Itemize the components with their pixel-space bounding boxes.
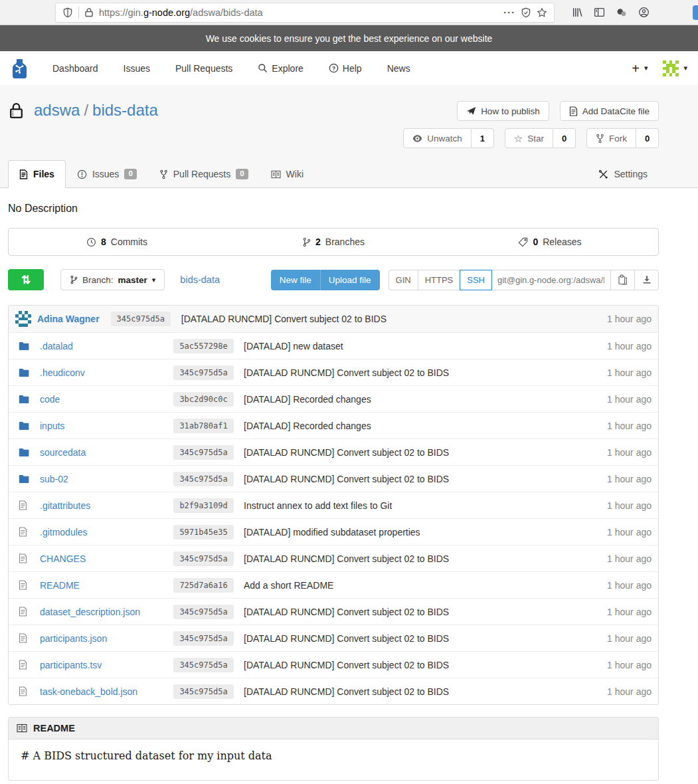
file-commit-hash-badge[interactable]: 31ab780af1: [173, 419, 233, 433]
fork-button[interactable]: Fork: [586, 128, 636, 148]
file-commit-hash-badge[interactable]: 345c975d5a: [173, 445, 233, 460]
file-icon: [19, 527, 27, 537]
file-commit-message[interactable]: [DATALAD] Recorded changes: [244, 421, 371, 431]
tab-issues[interactable]: Issues 0: [66, 160, 148, 188]
protocol-https-button[interactable]: HTTPS: [418, 270, 461, 290]
repo-name-link[interactable]: bids-data: [92, 101, 158, 119]
star-button[interactable]: ☆ Star: [505, 128, 553, 148]
watch-count[interactable]: 1: [472, 128, 494, 148]
sidebar-icon[interactable]: [594, 7, 605, 18]
lock-icon[interactable]: [84, 7, 94, 17]
file-commit-message[interactable]: [DATALAD] Recorded changes: [244, 394, 371, 405]
file-name-link[interactable]: sub-02: [40, 474, 171, 484]
new-file-button[interactable]: New file: [271, 270, 320, 290]
how-to-publish-button[interactable]: How to publish: [457, 101, 549, 121]
gin-logo-icon[interactable]: [11, 58, 29, 78]
protocol-gin-button[interactable]: GIN: [389, 270, 418, 290]
branches-stat[interactable]: 2Branches: [225, 237, 442, 247]
file-commit-message[interactable]: Add a short README: [244, 580, 333, 591]
file-commit-hash-badge[interactable]: 345c975d5a: [173, 631, 233, 646]
nav-item-help[interactable]: ? Help: [329, 63, 362, 74]
account-icon[interactable]: [638, 7, 650, 18]
commits-stat[interactable]: 8Commits: [9, 237, 225, 247]
file-name-link[interactable]: CHANGES: [40, 553, 171, 564]
file-commit-message[interactable]: [DATALAD RUNCMD] Convert subject 02 to B…: [244, 660, 449, 670]
file-commit-hash-badge[interactable]: b2f9a3109d: [173, 498, 233, 513]
download-button[interactable]: [634, 270, 659, 290]
nav-item-pull-requests[interactable]: Pull Requests: [175, 63, 232, 74]
shield-check-icon[interactable]: [521, 7, 531, 18]
new-repo-plus-icon[interactable]: +: [632, 62, 640, 75]
user-menu-caret-icon[interactable]: ▾: [683, 64, 687, 72]
commit-hash-badge[interactable]: 345c975d5a: [111, 312, 171, 326]
star-count[interactable]: 0: [553, 128, 576, 148]
file-commit-hash-badge[interactable]: 345c975d5a: [173, 472, 233, 486]
file-name-link[interactable]: .heudiconv: [40, 367, 171, 378]
branch-dropdown[interactable]: Branch: master ▾: [60, 269, 165, 290]
tab-pull-requests[interactable]: Pull Requests 0: [148, 160, 260, 188]
file-commit-hash-badge[interactable]: 345c975d5a: [173, 658, 233, 672]
file-commit-message[interactable]: [DATALAD] new dataset: [244, 341, 343, 351]
file-commit-message[interactable]: [DATALAD] modified subdataset properties: [244, 527, 420, 538]
nav-item-issues[interactable]: Issues: [124, 63, 150, 74]
file-commit-message[interactable]: Instruct annex to add text files to Git: [244, 500, 392, 511]
nav-item-explore[interactable]: Explore: [258, 63, 303, 74]
nav-item-news[interactable]: News: [387, 63, 410, 74]
file-commit-message[interactable]: [DATALAD RUNCMD] Convert subject 02 to B…: [244, 553, 449, 564]
file-name-link[interactable]: .datalad: [40, 341, 171, 351]
commit-author-link[interactable]: Adina Wagner: [37, 314, 100, 324]
tab-wiki[interactable]: Wiki: [260, 160, 315, 188]
file-commit-message[interactable]: [DATALAD RUNCMD] Convert subject 02 to B…: [244, 474, 449, 484]
file-name-link[interactable]: task-oneback_bold.json: [40, 686, 171, 697]
file-name-link[interactable]: code: [40, 394, 171, 405]
unwatch-button[interactable]: Unwatch: [403, 128, 472, 148]
tracking-shield-icon[interactable]: [62, 7, 73, 18]
tab-files[interactable]: Files: [8, 160, 66, 188]
nav-item-dashboard[interactable]: Dashboard: [52, 63, 98, 74]
file-commit-message[interactable]: [DATALAD RUNCMD] Convert subject 02 to B…: [244, 686, 449, 697]
extension-spheres-icon[interactable]: [616, 7, 628, 19]
bookmark-star-icon[interactable]: [537, 7, 547, 18]
readme-panel: README # A BIDS structured dataset for m…: [8, 717, 659, 781]
page-actions-icon[interactable]: ···: [503, 7, 515, 18]
file-name-link[interactable]: inputs: [40, 421, 171, 431]
file-commit-hash-badge[interactable]: 345c975d5a: [173, 684, 233, 699]
clone-url-input[interactable]: [491, 270, 611, 290]
compare-button[interactable]: ⇅: [8, 269, 44, 290]
repo-path-link[interactable]: bids-data: [180, 274, 220, 285]
protocol-ssh-button[interactable]: SSH: [460, 270, 492, 290]
repo-owner-link[interactable]: adswa: [34, 101, 80, 119]
fork-count[interactable]: 0: [636, 128, 659, 148]
file-name-link[interactable]: sourcedata: [40, 447, 171, 458]
file-commit-message[interactable]: [DATALAD RUNCMD] Convert subject 02 to B…: [244, 367, 449, 378]
file-commit-hash-badge[interactable]: 5ac557298e: [173, 339, 233, 353]
file-name-link[interactable]: participants.json: [40, 633, 171, 644]
file-commit-hash-badge[interactable]: 725d7a6a16: [173, 578, 233, 593]
file-name-link[interactable]: .gitattributes: [40, 500, 171, 511]
upload-file-button[interactable]: Upload file: [320, 270, 380, 290]
file-commit-hash-badge[interactable]: 345c975d5a: [173, 605, 233, 619]
new-repo-caret-icon[interactable]: ▾: [644, 64, 648, 72]
file-commit-hash-badge[interactable]: 345c975d5a: [173, 365, 233, 380]
file-name-link[interactable]: README: [40, 580, 171, 591]
file-commit-message[interactable]: [DATALAD RUNCMD] Convert subject 02 to B…: [244, 633, 449, 644]
file-row: .gitattributes b2f9a3109d Instruct annex…: [9, 492, 658, 518]
commit-author-avatar[interactable]: [15, 311, 31, 327]
file-name-link[interactable]: .gitmodules: [40, 527, 171, 538]
releases-stat[interactable]: 0Releases: [442, 237, 658, 247]
url-bar[interactable]: https://gin.g-node.org/adswa/bids-data ·…: [55, 3, 555, 23]
file-commit-hash-badge[interactable]: 5971b45e35: [173, 525, 233, 539]
add-datacite-button[interactable]: Add DataCite file: [560, 101, 659, 121]
user-avatar[interactable]: [663, 60, 679, 76]
copy-clone-url-button[interactable]: [610, 270, 635, 290]
tab-settings[interactable]: Settings: [587, 160, 659, 188]
commit-message[interactable]: [DATALAD RUNCMD] Convert subject 02 to B…: [181, 314, 387, 324]
file-name-link[interactable]: participants.tsv: [40, 660, 171, 670]
file-commit-message[interactable]: [DATALAD RUNCMD] Convert subject 02 to B…: [244, 447, 449, 458]
file-commit-message[interactable]: [DATALAD RUNCMD] Convert subject 02 to B…: [244, 607, 449, 617]
file-commit-hash-badge[interactable]: 3bc2d90c0c: [173, 392, 233, 407]
library-icon[interactable]: [572, 7, 583, 18]
eye-icon: [412, 134, 422, 143]
file-commit-hash-badge[interactable]: 345c975d5a: [173, 551, 233, 566]
file-name-link[interactable]: dataset_description.json: [40, 607, 171, 617]
